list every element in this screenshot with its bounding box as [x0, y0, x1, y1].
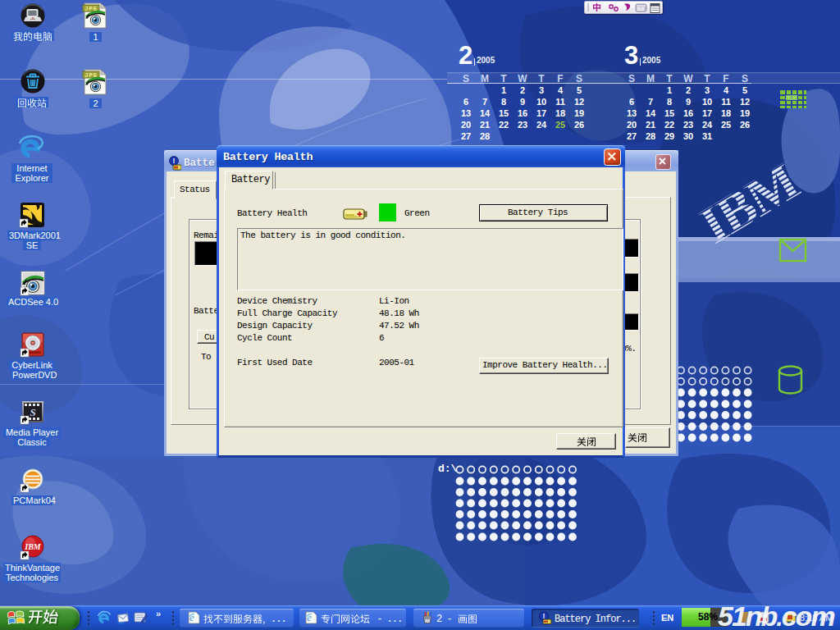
svg-text:!: ! — [173, 157, 176, 165]
svg-text:e: e — [307, 611, 312, 623]
svg-text:S: S — [30, 406, 35, 418]
svg-text:e: e — [189, 611, 194, 623]
svg-text:IBM: IBM — [24, 542, 42, 551]
svg-text:d:\: d:\ — [438, 463, 458, 475]
